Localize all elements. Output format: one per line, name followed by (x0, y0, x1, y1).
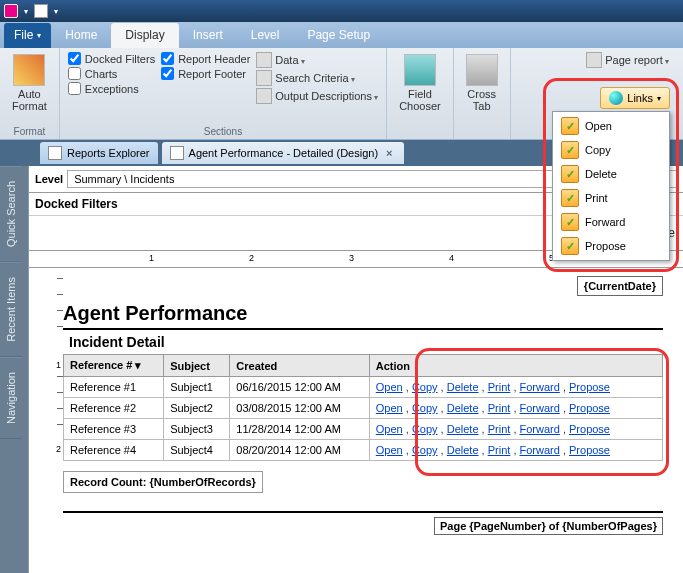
links-button[interactable]: Links (600, 87, 670, 109)
action-link-open[interactable]: Open (376, 402, 403, 414)
side-tab-strip: Quick Search Recent Items Navigation (0, 166, 28, 573)
cell-action: Open , Copy , Delete , Print , Forward ,… (369, 377, 662, 398)
doc-tab-reports-explorer[interactable]: Reports Explorer (40, 142, 158, 164)
action-link-print[interactable]: Print (488, 444, 511, 456)
action-link-propose[interactable]: Propose (569, 381, 610, 393)
col-created[interactable]: Created (230, 355, 369, 377)
cell-reference: Reference #2 (64, 398, 164, 419)
chk-exceptions[interactable]: Exceptions (68, 82, 155, 95)
chk-charts[interactable]: Charts (68, 67, 155, 80)
close-icon[interactable]: × (383, 147, 395, 159)
current-date-field[interactable]: {CurrentDate} (577, 276, 663, 296)
links-menu: Open Copy Delete Print Forward Propose (552, 111, 670, 261)
links-item-print[interactable]: Print (555, 186, 667, 210)
page-report-dropdown[interactable]: Page report (586, 52, 669, 68)
action-link-forward[interactable]: Forward (520, 381, 560, 393)
links-item-propose[interactable]: Propose (555, 234, 667, 258)
check-icon (561, 117, 579, 135)
action-link-delete[interactable]: Delete (447, 444, 479, 456)
action-link-print[interactable]: Print (488, 381, 511, 393)
links-item-delete[interactable]: Delete (555, 162, 667, 186)
ribbon-group-format: Auto Format Format (0, 48, 60, 139)
record-count-field[interactable]: Record Count: {NumberOfRecords} (63, 471, 263, 493)
action-link-delete[interactable]: Delete (447, 402, 479, 414)
field-chooser-icon (404, 54, 436, 86)
links-dropdown-highlight: Links Open Copy Delete Print Forward Pro… (543, 78, 679, 272)
data-table: Reference # ▾ Subject Created Action Ref… (63, 354, 663, 461)
action-link-forward[interactable]: Forward (520, 444, 560, 456)
section-title: Incident Detail (63, 334, 663, 350)
chk-report-header[interactable]: Report Header (161, 52, 250, 65)
links-item-open[interactable]: Open (555, 114, 667, 138)
col-subject[interactable]: Subject (164, 355, 230, 377)
action-link-delete[interactable]: Delete (447, 423, 479, 435)
action-link-delete[interactable]: Delete (447, 381, 479, 393)
tab-insert[interactable]: Insert (179, 23, 237, 48)
ribbon-group-label: Sections (68, 124, 378, 137)
ribbon-group-label: Format (8, 124, 51, 137)
data-dropdown[interactable]: Data (256, 52, 378, 68)
report-icon (170, 146, 184, 160)
output-descriptions-dropdown[interactable]: Output Descriptions (256, 88, 378, 104)
col-action[interactable]: Action (369, 355, 662, 377)
level-label: Level (35, 173, 63, 185)
sort-icon: ▾ (135, 359, 141, 371)
titlebar: ▾ ▾ (0, 0, 683, 22)
action-link-copy[interactable]: Copy (412, 444, 438, 456)
action-link-propose[interactable]: Propose (569, 423, 610, 435)
cell-subject: Subject1 (164, 377, 230, 398)
links-item-forward[interactable]: Forward (555, 210, 667, 234)
table-row: Reference #2Subject203/08/2015 12:00 AMO… (64, 398, 663, 419)
tab-home[interactable]: Home (51, 23, 111, 48)
ribbon-group-field-chooser: Field Chooser (387, 48, 454, 139)
action-link-open[interactable]: Open (376, 444, 403, 456)
vertical-ruler: 1 2 (49, 268, 63, 543)
chk-docked-filters[interactable]: Docked Filters (68, 52, 155, 65)
page-number-field[interactable]: Page {PageNumber} of {NumberOfPages} (434, 517, 663, 535)
output-icon (256, 88, 272, 104)
report-title: Agent Performance (63, 302, 663, 330)
cell-created: 03/08/2015 12:00 AM (230, 398, 369, 419)
action-link-forward[interactable]: Forward (520, 423, 560, 435)
ribbon-group-cross-tab: Cross Tab (454, 48, 511, 139)
tab-display[interactable]: Display (111, 23, 178, 48)
action-link-open[interactable]: Open (376, 381, 403, 393)
action-link-open[interactable]: Open (376, 423, 403, 435)
cell-reference: Reference #1 (64, 377, 164, 398)
cell-created: 11/28/2014 12:00 AM (230, 419, 369, 440)
qat-arrow[interactable]: ▾ (54, 7, 58, 16)
col-reference[interactable]: Reference # ▾ (64, 355, 164, 377)
action-link-print[interactable]: Print (488, 402, 511, 414)
action-link-propose[interactable]: Propose (569, 402, 610, 414)
cell-action: Open , Copy , Delete , Print , Forward ,… (369, 398, 662, 419)
side-tab-navigation[interactable]: Navigation (0, 357, 22, 439)
tab-page-setup[interactable]: Page Setup (293, 23, 384, 48)
check-icon (561, 237, 579, 255)
file-tab[interactable]: File (4, 23, 51, 48)
action-link-propose[interactable]: Propose (569, 444, 610, 456)
search-icon (256, 70, 272, 86)
check-icon (561, 165, 579, 183)
action-link-print[interactable]: Print (488, 423, 511, 435)
ribbon-tab-strip: File Home Display Insert Level Page Setu… (0, 22, 683, 48)
action-link-copy[interactable]: Copy (412, 381, 438, 393)
action-link-forward[interactable]: Forward (520, 402, 560, 414)
cross-tab-icon (466, 54, 498, 86)
links-item-copy[interactable]: Copy (555, 138, 667, 162)
chk-report-footer[interactable]: Report Footer (161, 67, 250, 80)
cross-tab-button[interactable]: Cross Tab (462, 52, 502, 114)
search-criteria-dropdown[interactable]: Search Criteria (256, 70, 378, 86)
tab-level[interactable]: Level (237, 23, 294, 48)
app-menu-arrow[interactable]: ▾ (24, 7, 28, 16)
cell-reference: Reference #3 (64, 419, 164, 440)
page-footer: Page {PageNumber} of {NumberOfPages} (63, 511, 663, 535)
action-link-copy[interactable]: Copy (412, 423, 438, 435)
field-chooser-button[interactable]: Field Chooser (395, 52, 445, 114)
side-tab-quick-search[interactable]: Quick Search (0, 166, 22, 262)
save-icon[interactable] (34, 4, 48, 18)
auto-format-button[interactable]: Auto Format (8, 52, 51, 114)
side-tab-recent-items[interactable]: Recent Items (0, 262, 22, 357)
cell-subject: Subject2 (164, 398, 230, 419)
doc-tab-agent-performance[interactable]: Agent Performance - Detailed (Design) × (162, 142, 404, 164)
action-link-copy[interactable]: Copy (412, 402, 438, 414)
